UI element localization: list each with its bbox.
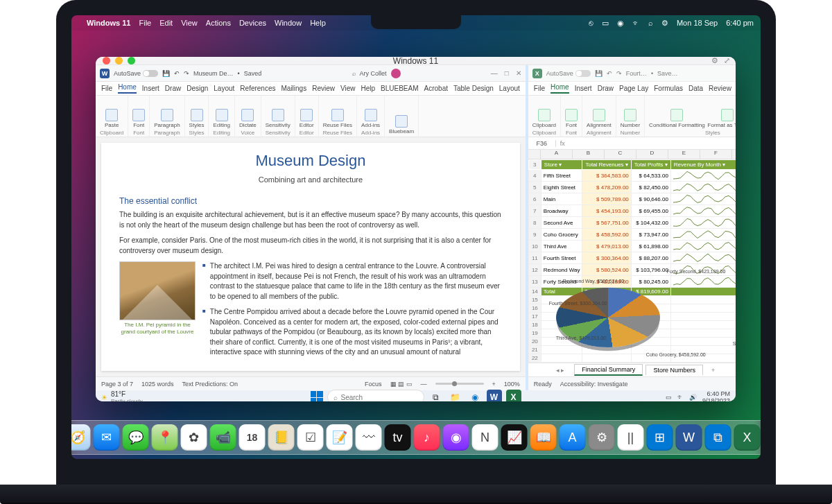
minimize-button[interactable] xyxy=(115,57,123,64)
menubar-menu[interactable]: Devices xyxy=(239,19,266,27)
dock-tv-icon[interactable]: tv xyxy=(385,424,411,451)
dock-messages-icon[interactable]: 💬 xyxy=(123,424,149,451)
col-header[interactable]: D xyxy=(636,150,668,159)
menubar-menu[interactable]: Help xyxy=(310,19,326,27)
table-header[interactable]: Total Revenues ▾ xyxy=(582,160,631,170)
word-search-icon[interactable]: ⌕ xyxy=(352,70,356,77)
table-row[interactable]: 4Fifth Street $ 364,583.00$ 64,533.00 xyxy=(528,170,736,182)
menubar-menu[interactable]: File xyxy=(139,19,151,27)
ribbon-button[interactable]: Font xyxy=(132,109,145,128)
menubar-date[interactable]: Mon 18 Sep xyxy=(677,19,718,27)
ribbon-tab[interactable]: Draw xyxy=(165,85,181,92)
word-save-icon[interactable]: 💾 xyxy=(162,70,170,77)
ribbon-button[interactable]: Bluebeam xyxy=(389,115,414,134)
col-header[interactable]: B xyxy=(573,150,605,159)
word-minimize-icon[interactable]: — xyxy=(491,69,498,77)
excel-save-icon[interactable]: 💾 xyxy=(595,70,603,77)
word-doc-name[interactable]: Museum De… xyxy=(193,70,234,77)
excel-name-box[interactable]: F36 xyxy=(528,140,556,147)
menubar-camera-icon[interactable]: ◉ xyxy=(617,19,624,28)
dock-vscode-icon[interactable]: ⧉ xyxy=(705,424,731,451)
table-row[interactable]: 11Fourth Street $ 300,364.00$ 88,207.00 xyxy=(528,252,736,264)
sheet-nav-next[interactable]: ▸ xyxy=(561,367,564,374)
taskbar-tray-icon[interactable]: ▭ xyxy=(666,394,672,401)
excel-doc-name[interactable]: Fourt… xyxy=(626,70,647,77)
task-view-icon[interactable]: ⧉ xyxy=(428,390,444,401)
dock-news-icon[interactable]: N xyxy=(472,424,499,451)
sheet-tab-store-numbers[interactable]: Store Numbers xyxy=(645,365,703,375)
menubar-parallels-icon[interactable]: ⎋ xyxy=(589,19,593,27)
ribbon-tab[interactable]: Table Design xyxy=(453,85,494,92)
word-autosave-toggle[interactable] xyxy=(143,70,158,77)
col-header[interactable]: C xyxy=(605,150,636,159)
ribbon-tab[interactable]: Insert xyxy=(142,85,159,92)
table-row[interactable]: 9Coho Grocery $ 458,592.00$ 73,947.00 xyxy=(528,229,736,241)
ribbon-button[interactable]: Editing xyxy=(213,109,229,128)
menubar-menu[interactable]: Edit xyxy=(159,19,173,27)
table-header[interactable]: Total Profits ▾ xyxy=(631,160,670,170)
explorer-icon[interactable]: 📁 xyxy=(448,390,463,401)
ribbon-button[interactable]: Conditional Formatting xyxy=(649,109,704,128)
table-row[interactable]: 7Broadway $ 454,193.00$ 69,455.00 xyxy=(528,205,736,217)
ribbon-button[interactable]: Styles xyxy=(189,109,205,128)
table-header[interactable]: Store ▾ xyxy=(541,160,582,170)
menubar-time[interactable]: 6:40 pm xyxy=(726,19,754,27)
ribbon-tab[interactable]: Draw xyxy=(598,85,614,92)
dock-photos-icon[interactable]: ✿ xyxy=(181,424,207,451)
excel-pie-chart[interactable]: Forty Second, $423,189.00Fifth Street, $… xyxy=(556,269,736,363)
dock-podcasts-icon[interactable]: ◉ xyxy=(443,424,469,451)
word-zoom-level[interactable]: 100% xyxy=(504,381,520,388)
dock-word-icon[interactable]: W xyxy=(676,424,702,451)
menubar-menu[interactable]: Window xyxy=(275,19,302,27)
dock-notes-icon[interactable]: 📝 xyxy=(327,424,353,451)
ribbon-tab[interactable]: File xyxy=(534,85,545,92)
ribbon-tab[interactable]: BLUEBEAM xyxy=(381,85,418,92)
vm-config-icon[interactable]: ⚙ xyxy=(711,57,718,65)
col-header[interactable]: F xyxy=(700,150,732,159)
dock-music-icon[interactable]: ♪ xyxy=(414,424,440,451)
col-header[interactable] xyxy=(528,150,541,159)
excel-undo-icon[interactable]: ↶ xyxy=(607,70,612,77)
ribbon-button[interactable]: Reuse Files xyxy=(323,109,352,128)
word-page-indicator[interactable]: Page 3 of 7 xyxy=(101,381,133,388)
table-row[interactable]: 6Main $ 509,789.00$ 90,646.00 xyxy=(528,193,736,205)
ribbon-button[interactable]: Alignment xyxy=(587,109,612,128)
ribbon-tab[interactable]: Review xyxy=(312,85,335,92)
excel-redo-icon[interactable]: ↷ xyxy=(616,70,622,77)
excel-accessibility[interactable]: Accessibility: Investigate xyxy=(560,381,628,388)
taskbar-time[interactable]: 6:40 PM xyxy=(702,390,730,397)
menubar-app-name[interactable]: Windows 11 xyxy=(87,19,130,27)
col-header[interactable]: E xyxy=(668,150,700,159)
vm-titlebar[interactable]: Windows 11 ⚙ ⤢ xyxy=(96,57,736,65)
table-row[interactable]: 8Second Ave $ 567,751.00$ 104,432.00 xyxy=(528,217,736,229)
word-focus-button[interactable]: Focus xyxy=(365,381,382,388)
table-row[interactable]: 5Eighth Street $ 478,209.00$ 82,450.00 xyxy=(528,182,736,193)
word-close-icon[interactable]: ✕ xyxy=(516,69,521,77)
dock-contacts-icon[interactable]: 📒 xyxy=(268,424,295,451)
taskbar-volume-icon[interactable]: 🔊 xyxy=(689,394,697,401)
menubar-search-icon[interactable]: ⌕ xyxy=(648,19,653,27)
excel-fx-icon[interactable]: fx xyxy=(556,140,569,147)
dock-safari-icon[interactable]: 🧭 xyxy=(71,424,91,451)
ribbon-tab[interactable]: Layout xyxy=(214,85,234,92)
ribbon-tab[interactable]: Acrobat xyxy=(424,85,448,92)
ribbon-tab[interactable]: Insert xyxy=(575,85,592,92)
table-header[interactable]: Revenue By Month ▾ xyxy=(670,160,736,170)
menubar-display-icon[interactable]: ▭ xyxy=(602,19,609,28)
ribbon-tab[interactable]: View xyxy=(340,85,356,92)
taskbar-word-icon[interactable]: W xyxy=(487,390,502,401)
dock-settings-icon[interactable]: ⚙ xyxy=(589,424,615,451)
taskbar-network-icon[interactable]: ᯤ xyxy=(677,394,684,401)
menubar-menu[interactable]: View xyxy=(181,19,198,27)
word-redo-icon[interactable]: ↷ xyxy=(184,70,189,77)
taskbar-weather[interactable]: ☀ 81°F Partly cloudy xyxy=(101,390,143,401)
edge-icon[interactable]: ◉ xyxy=(467,390,483,401)
ribbon-button[interactable]: Add-ins xyxy=(361,109,380,128)
ribbon-button[interactable]: Format as Table xyxy=(708,109,736,128)
sheet-add-button[interactable]: + xyxy=(706,367,720,374)
menubar-wifi-icon[interactable]: ᯤ xyxy=(632,19,640,27)
word-undo-icon[interactable]: ↶ xyxy=(174,70,180,77)
ribbon-tab[interactable]: References xyxy=(240,85,275,92)
ribbon-tab[interactable]: Home xyxy=(118,83,137,94)
taskbar-search[interactable]: ⌕ Search xyxy=(327,390,424,401)
